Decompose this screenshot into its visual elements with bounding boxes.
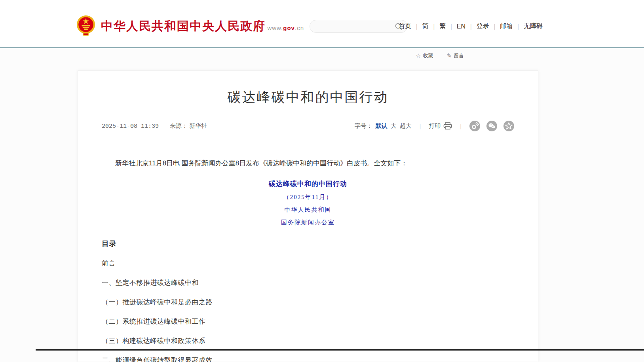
document-title: 碳达峰碳中和的中国行动 xyxy=(102,179,514,188)
meta-separator: | xyxy=(420,123,421,129)
document-date: （2025年11月） xyxy=(102,193,514,201)
nav-item-home[interactable]: 首页 xyxy=(398,22,412,30)
document-org-line2: 国务院新闻办公室 xyxy=(102,219,514,226)
site-url-cn: .cn xyxy=(295,25,304,31)
nav-item-traditional[interactable]: 繁 xyxy=(439,22,446,30)
nav-separator: | xyxy=(470,23,472,30)
qzone-share-button[interactable] xyxy=(503,121,514,131)
toc-item: 二、能源绿色低碳转型取得显著成效 xyxy=(102,356,514,362)
weibo-icon xyxy=(469,121,480,131)
site-url-www: www. xyxy=(267,25,283,31)
document-org-line1: 中华人民共和国 xyxy=(102,206,514,214)
favorite-button[interactable]: ☆ 收藏 xyxy=(416,52,433,59)
fontsize-default-button[interactable]: 默认 xyxy=(376,122,388,130)
meta-separator: | xyxy=(460,123,462,129)
publish-date: 2025-11-08 11:39 xyxy=(102,123,159,130)
toc-item: （三）构建碳达峰碳中和政策体系 xyxy=(102,336,514,345)
qzone-star-icon xyxy=(503,121,514,131)
nav-item-login[interactable]: 登录 xyxy=(476,22,490,30)
wechat-icon xyxy=(486,121,497,131)
article-meta-left: 2025-11-08 11:39 来源： 新华社 xyxy=(102,122,207,130)
nav-item-simplified[interactable]: 简 xyxy=(422,22,429,30)
share-group xyxy=(469,121,514,131)
nav-separator: | xyxy=(433,23,435,30)
toc-heading: 目录 xyxy=(102,239,514,248)
article-body: 新华社北京11月8日电 国务院新闻办公室8日发布《碳达峰碳中和的中国行动》白皮书… xyxy=(78,159,538,362)
window-bottom-edge xyxy=(36,349,644,351)
search-box xyxy=(310,20,408,33)
source-name: 新华社 xyxy=(189,122,207,129)
site-logo-link[interactable]: 中华人民共和国中央人民政府 www.gov.cn xyxy=(76,15,304,37)
favorite-label: 收藏 xyxy=(423,52,433,59)
toc-item: （一）推进碳达峰碳中和是必由之路 xyxy=(102,298,514,307)
nav-item-mail[interactable]: 邮箱 xyxy=(500,22,513,30)
page: { "header": { "site_title": "中华人民共和国中央人民… xyxy=(0,0,644,362)
pencil-icon: ✎ xyxy=(446,52,452,59)
site-title: 中华人民共和国中央人民政府 xyxy=(101,19,266,32)
lead-paragraph: 新华社北京11月8日电 国务院新闻办公室8日发布《碳达峰碳中和的中国行动》白皮书… xyxy=(102,159,514,168)
article-title: 碳达峰碳中和的中国行动 xyxy=(78,88,538,106)
source-label: 来源： xyxy=(170,122,188,129)
nav-item-accessibility[interactable]: 无障碍 xyxy=(523,22,543,30)
article-meta-row: 2025-11-08 11:39 来源： 新华社 字号： 默认 大 超大 | 打… xyxy=(102,121,514,131)
article-meta-right: 字号： 默认 大 超大 | 打印 | xyxy=(355,121,514,131)
article-source: 来源： 新华社 xyxy=(170,122,207,130)
message-button[interactable]: ✎ 留言 xyxy=(446,52,464,59)
message-label: 留言 xyxy=(454,52,464,59)
toc-item: （二）系统推进碳达峰碳中和工作 xyxy=(102,317,514,326)
national-emblem-icon xyxy=(76,15,95,37)
nav-separator: | xyxy=(517,23,519,30)
star-outline-icon: ☆ xyxy=(416,52,421,59)
weibo-share-button[interactable] xyxy=(469,121,480,131)
site-url: www.gov.cn xyxy=(267,25,304,31)
site-header: 中华人民共和国中央人民政府 www.gov.cn 首页|简|繁|EN|登录|邮箱… xyxy=(0,0,644,48)
search-input[interactable] xyxy=(317,23,395,30)
site-url-gov: gov xyxy=(283,25,295,31)
toc-item: 一、坚定不移推进碳达峰碳中和 xyxy=(102,278,514,287)
wechat-share-button[interactable] xyxy=(486,121,497,131)
print-label: 打印 xyxy=(429,122,441,130)
printer-icon xyxy=(443,122,452,130)
fontsize-large-button[interactable]: 大 xyxy=(391,122,397,130)
fontsize-xlarge-button[interactable]: 超大 xyxy=(400,122,412,130)
nav-item-english[interactable]: EN xyxy=(456,23,466,30)
top-nav: 首页|简|繁|EN|登录|邮箱|无障碍 xyxy=(398,22,543,30)
print-button[interactable]: 打印 xyxy=(429,122,452,130)
meta-divider xyxy=(102,137,514,137)
fontsize-label: 字号： xyxy=(355,122,372,130)
nav-separator: | xyxy=(494,23,496,30)
article-card: 碳达峰碳中和的中国行动 2025-11-08 11:39 来源： 新华社 字号：… xyxy=(78,70,538,362)
nav-separator: | xyxy=(416,23,418,30)
toc-item: 前言 xyxy=(102,259,514,268)
quicklinks-bar: ☆ 收藏 ✎ 留言 xyxy=(416,52,464,59)
nav-separator: | xyxy=(450,23,452,30)
